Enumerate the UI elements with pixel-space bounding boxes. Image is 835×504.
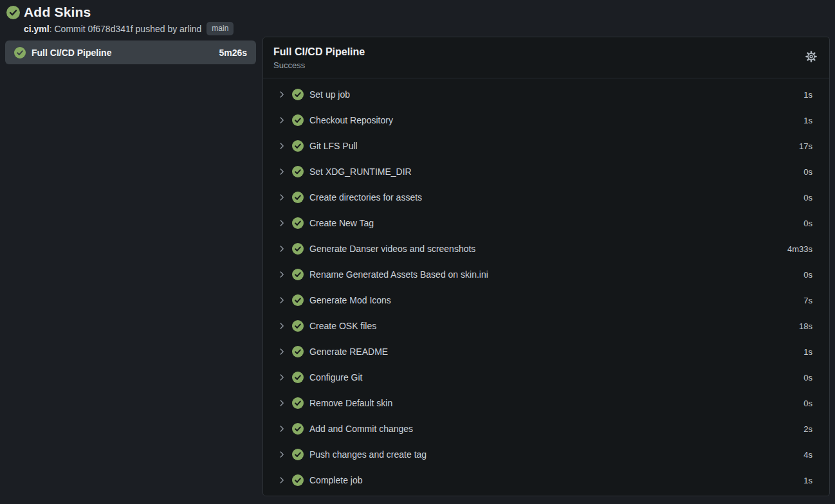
step-row[interactable]: Configure Git 0s [263,364,829,390]
check-circle-icon [292,449,304,460]
step-duration: 0s [803,167,812,177]
check-circle-icon [292,89,304,100]
check-circle-icon [292,320,304,332]
check-circle-icon [292,294,304,306]
step-name: Set XDG_RUNTIME_DIR [309,166,412,177]
step-name: Push changes and create tag [309,449,427,460]
check-circle-icon [292,397,304,409]
step-name: Checkout Repository [309,115,393,125]
commit-label: Commit [54,24,87,34]
run-title: Add Skins [24,4,91,20]
step-name: Generate README [309,346,388,357]
chevron-right-icon[interactable] [277,90,286,99]
workflow-run-page: { "colors": { "success_green": "#87ab63"… [0,0,835,504]
job-status-text: Success [273,60,819,71]
step-name: Create directories for assets [309,192,422,203]
branch-badge[interactable]: main [206,22,234,35]
chevron-right-icon[interactable] [277,193,286,202]
check-circle-icon [292,166,304,177]
chevron-right-icon[interactable] [277,141,286,150]
workflow-file-link[interactable]: ci.yml [24,24,50,34]
chevron-right-icon[interactable] [277,399,286,408]
chevron-right-icon[interactable] [277,373,286,382]
step-name: Git LFS Pull [309,141,358,151]
check-circle-icon [6,6,20,19]
job-detail-header: Full CI/CD Pipeline Success [263,37,829,78]
steps-list: Set up job 1s Checkout Repository 1s [263,78,829,496]
settings-button[interactable] [805,51,817,62]
check-circle-icon [292,192,304,203]
step-duration: 17s [799,141,812,151]
step-duration: 0s [803,219,812,228]
step-duration: 0s [803,270,812,280]
step-duration: 4m33s [787,244,812,254]
step-row[interactable]: Generate Mod Icons 7s [263,287,829,313]
chevron-right-icon[interactable] [277,116,286,125]
chevron-right-icon[interactable] [277,296,286,305]
step-row[interactable]: Add and Commit changes 2s [263,416,829,442]
step-duration: 7s [803,296,812,305]
chevron-right-icon[interactable] [277,321,286,330]
check-circle-icon [292,243,304,255]
run-header: Add Skins ci.yml: Commit 0f678d341f push… [6,4,234,35]
step-row[interactable]: Create New Tag 0s [263,210,829,236]
chevron-right-icon[interactable] [277,167,286,176]
chevron-right-icon[interactable] [277,270,286,279]
gear-icon [805,51,817,62]
step-duration: 4s [803,450,812,460]
step-row[interactable]: Create OSK files 18s [263,313,829,339]
check-circle-icon [292,114,304,126]
check-circle-icon [292,346,304,357]
step-name: Complete job [309,475,363,485]
step-row[interactable]: Set up job 1s [263,82,829,107]
check-circle-icon [292,372,304,383]
check-circle-icon [292,269,304,280]
step-row[interactable]: Checkout Repository 1s [263,107,829,133]
check-circle-icon [292,140,304,152]
step-duration: 1s [803,347,812,357]
step-name: Generate Danser videos and screenshots [309,244,475,254]
chevron-right-icon[interactable] [277,347,286,356]
step-duration: 1s [803,116,812,125]
step-duration: 1s [803,90,812,100]
step-name: Create OSK files [309,321,376,331]
step-duration: 18s [799,321,812,331]
chevron-right-icon[interactable] [277,476,286,485]
step-row[interactable]: Generate README 1s [263,339,829,364]
step-row[interactable]: Rename Generated Assets Based on skin.in… [263,262,829,287]
step-name: Configure Git [309,372,362,382]
step-row[interactable]: Set XDG_RUNTIME_DIR 0s [263,159,829,184]
chevron-right-icon[interactable] [277,424,286,433]
chevron-right-icon[interactable] [277,450,286,459]
step-row[interactable]: Git LFS Pull 17s [263,133,829,159]
step-name: Create New Tag [309,218,374,228]
step-duration: 1s [803,476,812,485]
job-title: Full CI/CD Pipeline [273,45,819,59]
check-circle-icon [292,474,304,486]
step-name: Generate Mod Icons [309,295,391,305]
job-duration: 5m26s [219,48,247,58]
pushed-by-text: pushed by [133,24,179,34]
step-name: Add and Commit changes [309,424,413,434]
step-duration: 0s [803,373,812,382]
step-row[interactable]: Generate Danser videos and screenshots 4… [263,236,829,262]
chevron-right-icon[interactable] [277,219,286,228]
step-name: Remove Default skin [309,398,392,408]
check-circle-icon [292,217,304,229]
step-name: Set up job [309,89,350,100]
job-detail-panel: Full CI/CD Pipeline Success [262,37,830,496]
step-duration: 2s [803,424,812,434]
job-name: Full CI/CD Pipeline [32,48,111,58]
check-circle-icon [292,423,304,435]
check-circle-icon [14,47,26,59]
author-link[interactable]: arlind [179,24,201,34]
chevron-right-icon[interactable] [277,244,286,253]
sidebar-job-item-full-cicd-pipeline[interactable]: Full CI/CD Pipeline 5m26s [5,40,256,64]
step-row[interactable]: Complete job 1s [263,467,829,493]
step-duration: 0s [803,193,812,203]
step-row[interactable]: Push changes and create tag 4s [263,442,829,467]
step-row[interactable]: Remove Default skin 0s [263,390,829,416]
step-duration: 0s [803,399,812,408]
commit-sha-link[interactable]: 0f678d341f [88,24,133,34]
step-row[interactable]: Create directories for assets 0s [263,184,829,210]
